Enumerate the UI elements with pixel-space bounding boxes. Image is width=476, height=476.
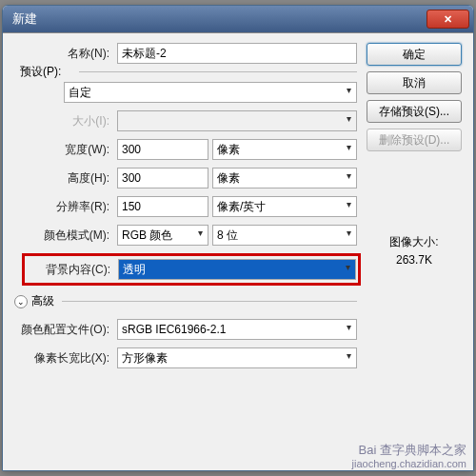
height-label: 高度(H): xyxy=(14,170,113,187)
size-label: 大小(I): xyxy=(14,113,113,129)
width-label: 宽度(W): xyxy=(14,142,113,158)
close-icon: ✕ xyxy=(444,13,452,26)
form-area: 名称(N): 预设(P): 大小(I): 宽 xyxy=(14,43,357,376)
image-size-value: 263.7K xyxy=(367,251,462,269)
titlebar: 新建 ✕ xyxy=(3,6,473,32)
bg-content-label: 背景内容(C): xyxy=(27,262,114,278)
height-unit-dropdown[interactable] xyxy=(212,168,357,188)
close-button[interactable]: ✕ xyxy=(426,10,469,29)
image-size-label: 图像大小: xyxy=(367,233,462,251)
bg-content-highlight: 背景内容(C): xyxy=(22,253,361,286)
ok-button[interactable]: 确定 xyxy=(367,43,462,66)
pixel-aspect-dropdown[interactable] xyxy=(117,347,357,368)
delete-preset-button: 删除预设(D)... xyxy=(367,129,462,151)
cancel-button[interactable]: 取消 xyxy=(367,71,462,94)
width-input[interactable] xyxy=(117,139,208,160)
bg-content-dropdown[interactable] xyxy=(118,259,356,280)
size-dropdown xyxy=(117,110,357,131)
window-title: 新建 xyxy=(12,10,37,28)
color-mode-label: 颜色模式(M): xyxy=(14,228,113,244)
button-column: 确定 取消 存储预设(S)... 删除预设(D)... 图像大小: 263.7K xyxy=(367,43,462,376)
dialog-content: 名称(N): 预设(P): 大小(I): 宽 xyxy=(3,32,473,470)
resolution-label: 分辨率(R): xyxy=(14,199,113,215)
watermark: Bai 查字典脚本之家 jiaocheng.chazidian.com xyxy=(352,443,466,470)
width-unit-dropdown[interactable] xyxy=(212,139,357,160)
name-label: 名称(N): xyxy=(14,46,113,62)
height-input[interactable] xyxy=(117,168,208,188)
color-mode-dropdown[interactable] xyxy=(117,225,208,246)
image-size-info: 图像大小: 263.7K xyxy=(367,233,462,269)
pixel-aspect-label: 像素长宽比(X): xyxy=(14,350,113,367)
preset-label: 预设(P): xyxy=(16,64,65,80)
preset-dropdown[interactable] xyxy=(64,82,357,103)
color-profile-label: 颜色配置文件(O): xyxy=(14,322,113,338)
chevron-icon: ⌄ xyxy=(14,295,28,308)
name-input[interactable] xyxy=(117,43,357,64)
color-depth-dropdown[interactable] xyxy=(212,225,357,246)
advanced-label: 高级 xyxy=(31,293,54,309)
color-profile-dropdown[interactable] xyxy=(117,319,357,340)
advanced-toggle[interactable]: ⌄ 高级 xyxy=(14,293,357,309)
resolution-unit-dropdown[interactable] xyxy=(212,196,357,217)
save-preset-button[interactable]: 存储预设(S)... xyxy=(367,100,462,123)
resolution-input[interactable] xyxy=(117,196,208,217)
new-document-dialog: 新建 ✕ 名称(N): 预设(P): 大小(I): xyxy=(2,5,474,471)
